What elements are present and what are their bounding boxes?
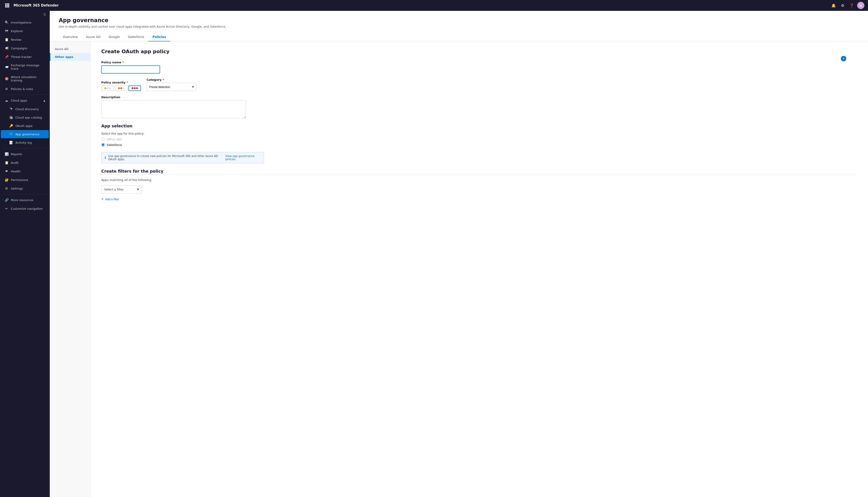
required-indicator-2: * bbox=[126, 81, 128, 84]
sidebar-item-cloud-apps[interactable]: ☁ Cloud apps ▲ bbox=[1, 96, 49, 104]
sidebar-item-oauth-apps[interactable]: 🔑 OAuth apps bbox=[1, 122, 49, 130]
sidebar-item-explorer[interactable]: 🗺 Explorer bbox=[1, 27, 49, 35]
filters-divider bbox=[101, 174, 857, 175]
health-icon: ❤ bbox=[4, 169, 9, 173]
radio-salesforce-input[interactable] bbox=[101, 143, 105, 146]
settings-button[interactable]: ⚙️ bbox=[839, 2, 846, 9]
sidebar-item-customize-navigation[interactable]: ✏ Customize navigation bbox=[1, 204, 49, 213]
filters-title: Create filters for the policy bbox=[101, 169, 857, 173]
sidebar-item-policies-rules[interactable]: ⚙ Policies & rules bbox=[1, 85, 49, 93]
sidebar-item-activity-log[interactable]: 📝 Activity log bbox=[1, 139, 49, 146]
sidebar-item-threat-tracker[interactable]: 📌 Threat tracker bbox=[1, 53, 49, 61]
svg-rect-3 bbox=[5, 5, 6, 6]
sub-nav-azure-ad[interactable]: Azure AD bbox=[50, 45, 90, 53]
sidebar-item-attack-simulation[interactable]: 🎯 Attack simulation training bbox=[1, 73, 49, 84]
help-button[interactable]: ❓ bbox=[848, 2, 855, 9]
policy-name-field-group: Policy name * bbox=[101, 61, 857, 73]
low-dots bbox=[104, 87, 111, 89]
description-label: Description bbox=[101, 96, 857, 99]
sidebar-item-health[interactable]: ❤ Health bbox=[1, 167, 49, 175]
radio-salesforce[interactable]: Salesforce bbox=[101, 143, 857, 146]
explorer-icon: 🗺 bbox=[4, 29, 9, 33]
severity-low-button[interactable] bbox=[101, 86, 114, 91]
category-field-group: Category * Threat detection Compliance G… bbox=[146, 78, 196, 91]
radio-salesforce-label: Salesforce bbox=[107, 143, 122, 146]
sidebar-item-exchange-message-trace[interactable]: 📨 Exchange message trace bbox=[1, 61, 49, 73]
info-icon: ℹ bbox=[105, 156, 106, 160]
topbar: Microsoft 365 Defender 🔔 ⚙️ ❓ U bbox=[0, 0, 868, 11]
sidebar-item-reports[interactable]: 📊 Reports bbox=[1, 150, 49, 158]
cloud-apps-icon: ☁ bbox=[4, 99, 9, 102]
policy-severity-label: Policy severity * bbox=[101, 81, 141, 84]
app-title: Microsoft 365 Defender bbox=[14, 3, 827, 8]
more-resources-icon: 🔗 bbox=[4, 198, 9, 202]
sidebar-item-label: Customize navigation bbox=[11, 207, 43, 210]
topbar-actions: 🔔 ⚙️ ❓ U bbox=[830, 2, 864, 9]
form-title: Create OAuth app policy bbox=[101, 48, 857, 54]
sidebar-item-audit[interactable]: 📋 Audit bbox=[1, 159, 49, 167]
form-area: Create OAuth app policy ? Policy name * bbox=[90, 41, 868, 497]
severity-high-button[interactable] bbox=[128, 86, 141, 91]
catalog-icon: 📚 bbox=[9, 116, 13, 119]
add-filter-button[interactable]: + Add a filter bbox=[101, 195, 119, 203]
description-field-group: Description bbox=[101, 96, 857, 119]
form-inner: Create OAuth app policy ? Policy name * bbox=[101, 48, 857, 203]
sidebar-item-label: Permissions bbox=[11, 178, 28, 182]
tab-azure-ad[interactable]: Azure AD bbox=[82, 33, 105, 41]
filters-subtitle: Apps matching all of the following bbox=[101, 178, 857, 182]
radio-office365[interactable]: Office 365 bbox=[101, 138, 857, 141]
low-dot-3 bbox=[109, 87, 111, 89]
tab-google[interactable]: Google bbox=[105, 33, 124, 41]
svg-rect-8 bbox=[8, 6, 9, 8]
waffle-menu-button[interactable] bbox=[4, 2, 11, 9]
user-avatar[interactable]: U bbox=[857, 2, 864, 9]
sidebar-item-more-resources[interactable]: 🔗 More resources bbox=[1, 196, 49, 204]
campaigns-icon: 📢 bbox=[4, 46, 9, 50]
help-icon-button[interactable]: ? bbox=[841, 56, 846, 61]
investigations-icon: 🔍 bbox=[4, 20, 9, 24]
sidebar-item-cloud-app-catalog[interactable]: 📚 Cloud app catalog bbox=[1, 113, 49, 122]
tab-policies[interactable]: Policies bbox=[148, 33, 170, 41]
radio-office365-input[interactable] bbox=[101, 138, 105, 141]
sidebar-item-settings[interactable]: ⚙ Settings bbox=[1, 184, 49, 193]
sidebar-item-label: OAuth apps bbox=[15, 124, 32, 128]
sidebar-item-label: Threat tracker bbox=[11, 55, 32, 59]
tab-salesforce[interactable]: Salesforce bbox=[124, 33, 148, 41]
filters-section: Create filters for the policy Apps match… bbox=[101, 169, 857, 203]
sidebar-item-label: Policies & rules bbox=[11, 87, 33, 91]
svg-rect-0 bbox=[5, 3, 6, 4]
description-textarea[interactable] bbox=[101, 100, 246, 118]
severity-buttons bbox=[101, 86, 141, 91]
sidebar-item-app-governance[interactable]: 🛡 App governance bbox=[1, 130, 49, 138]
radio-office365-label: Office 365 bbox=[107, 138, 122, 141]
sidebar-item-permissions[interactable]: 🔐 Permissions bbox=[1, 176, 49, 184]
sidebar-item-campaigns[interactable]: 📢 Campaigns bbox=[1, 44, 49, 52]
audit-icon: 📋 bbox=[4, 161, 9, 165]
sidebar-item-label: Settings bbox=[11, 187, 23, 190]
required-indicator: * bbox=[121, 61, 124, 64]
sidebar-item-cloud-discovery[interactable]: 🔭 Cloud discovery bbox=[1, 105, 49, 113]
select-filter-button[interactable]: Select a filter ▼ bbox=[101, 185, 142, 194]
category-select[interactable]: Threat detection Compliance Governance bbox=[146, 83, 196, 91]
sidebar-item-label: Investigations bbox=[11, 21, 31, 24]
tab-overview[interactable]: Overview bbox=[59, 33, 82, 41]
sidebar-item-label: Cloud app catalog bbox=[15, 116, 42, 119]
sidebar-item-review[interactable]: 📋 Review bbox=[1, 36, 49, 44]
sidebar-item-label: Audit bbox=[11, 161, 18, 165]
app-selection-label: Select the app for this policy: bbox=[101, 132, 857, 135]
svg-rect-1 bbox=[7, 3, 8, 4]
sub-nav-other-apps[interactable]: Other apps bbox=[50, 53, 90, 61]
sidebar-item-label: Activity log bbox=[15, 141, 32, 144]
app-governance-icon: 🛡 bbox=[9, 132, 13, 136]
policy-name-input[interactable] bbox=[101, 66, 160, 73]
view-governance-policies-link[interactable]: View app governance policies bbox=[225, 155, 261, 161]
notification-button[interactable]: 🔔 bbox=[830, 2, 837, 9]
sidebar-item-investigations[interactable]: 🔍 Investigations bbox=[1, 18, 49, 27]
svg-rect-4 bbox=[7, 5, 8, 6]
severity-medium-button[interactable] bbox=[115, 86, 128, 91]
oauth-icon: 🔑 bbox=[9, 124, 13, 128]
severity-category-row: Policy severity * bbox=[101, 78, 857, 91]
activity-log-icon: 📝 bbox=[9, 141, 13, 144]
add-filter-label: Add a filter bbox=[105, 198, 119, 201]
sidebar-collapse-button[interactable]: ☰ bbox=[0, 11, 50, 18]
